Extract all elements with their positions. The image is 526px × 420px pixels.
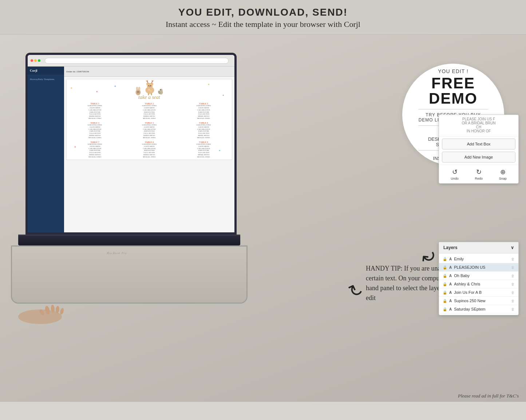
svg-point-4 [139,87,140,90]
svg-point-6 [137,92,138,92]
delete-icon: 🗑 [511,265,515,269]
lock-icon: 🔒 [443,265,447,269]
svg-point-8 [138,92,139,93]
layer-item-3[interactable]: 🔒 A Ashley & Chris 🗑 [439,280,518,288]
layer-item-1[interactable]: 🔒 A PLEASEJOIN US 🗑 [439,263,518,272]
svg-point-23 [150,91,151,92]
star-decor: ✦ [114,85,116,88]
browser-dots [31,59,40,62]
corjl-logo: Corjl [28,67,64,75]
undo-tool[interactable]: ↺ Undo [451,168,459,180]
svg-point-29 [161,91,162,91]
sidebar-menu: HoovayParty Templates [28,75,64,84]
bunny-icon [134,85,142,95]
layer-name: Ashley & Chris [454,282,509,286]
dot-close [31,59,33,62]
hand-svg [11,288,84,324]
star-decor: ✦ [70,87,73,90]
panel-header: PLEASE JOIN US FOR A BRIDAL BRUNCHIN HON… [439,115,518,136]
dot-minimize [34,59,37,62]
layer-name: PLEASEJOIN US [454,265,509,269]
svg-point-28 [160,89,161,90]
demo-demo-text: DEMO [429,91,478,106]
star-decor: ✦ [222,94,225,97]
browser-chrome [28,55,234,67]
demo-divider-1 [418,109,488,109]
snap-tool[interactable]: ⊕ Snap [499,168,507,180]
macbook-label: MacBook Pro [107,252,127,255]
svg-point-19 [149,85,149,86]
layer-type-icon: A [449,307,452,311]
animal-illustration [134,80,165,95]
laptop-area: Corjl HoovayParty Templates Order Id: 15… [0,45,248,329]
deer-icon [144,80,157,95]
svg-rect-24 [148,93,149,95]
layer-type-icon: A [449,265,452,269]
delete-icon: 🗑 [511,274,515,278]
lock-icon: 🔒 [443,257,447,261]
delete-icon: 🗑 [511,299,515,303]
app-sidebar: Corjl HoovayParty Templates [28,67,64,232]
star-decor: ✦ [218,149,221,152]
redo-icon: ↻ [475,168,483,176]
layer-name: Saturday SEptem [454,307,509,311]
sidebar-item-templates[interactable]: HoovayParty Templates [28,76,64,83]
layers-header: Layers ∨ [439,242,518,253]
main-area: Corjl HoovayParty Templates Order Id: 15… [0,35,526,402]
add-new-image-button[interactable]: Add New Image [442,152,515,163]
lock-icon: 🔒 [443,299,447,303]
delete-icon: 🗑 [511,307,515,311]
layer-name: Join Us For A B [454,290,509,295]
banner-title: YOU EDIT, DOWNLOAD, SEND! [0,7,526,18]
url-bar[interactable] [45,58,229,64]
star-decor: ✦ [207,83,210,86]
top-banner: YOU EDIT, DOWNLOAD, SEND! Instant access… [0,0,526,35]
dot-maximize [38,59,40,62]
layer-item-4[interactable]: 🔒 A Join Us For A B 🗑 [439,288,518,297]
layer-item-2[interactable]: 🔒 A Oh Baby 🗑 [439,272,518,280]
lock-icon: 🔒 [443,274,447,278]
laptop-hinge [18,235,240,245]
layer-name: Emily [454,257,509,261]
svg-point-22 [149,89,150,91]
layer-type-icon: A [449,257,452,261]
layer-item-0[interactable]: 🔒 A Emily 🗑 [439,255,518,263]
app-toolbar: Order Id: 1509758194 [64,67,234,77]
svg-point-20 [150,85,151,86]
demo-you-edit: YOU EDIT ! [438,68,468,74]
layer-item-6[interactable]: 🔒 A Saturday SEptem 🗑 [439,305,518,313]
layer-type-icon: A [449,282,452,286]
redo-tool[interactable]: ↻ Redo [475,168,483,180]
screen-inner: Corjl HoovayParty Templates Order Id: 15… [28,55,234,232]
layer-type-icon: A [449,274,452,278]
layer-name: Supinos 250 New [454,299,509,303]
banner-subtitle: Instant access ~ Edit the template in yo… [0,20,526,29]
hand-illustration [11,288,84,325]
svg-point-17 [146,83,148,85]
layer-type-icon: A [449,299,452,303]
footer-text: Please read ad in full for T&C's [458,393,519,399]
layer-name: Oh Baby [454,273,509,278]
delete-icon: 🗑 [511,257,515,261]
svg-line-13 [147,80,148,81]
svg-point-21 [149,87,151,87]
layers-title: Layers [443,245,458,250]
seating-chart: ✦ ✦ ✦ ✦ ✦ ✦ ✦ [66,79,232,160]
layers-list: 🔒 A Emily 🗑 🔒 A PLEASEJOIN US 🗑 🔒 A Oh B… [439,253,518,315]
footer: Please read ad in full for T&C's [458,393,519,399]
svg-point-7 [138,92,139,92]
panel-subheader: PLEASE JOIN US FOR A BRIDAL BRUNCHIN HON… [443,117,515,133]
corjl-tools: ↺ Undo ↻ Redo ⊕ Snap [439,165,518,183]
corjl-panel: PLEASE JOIN US FOR A BRIDAL BRUNCHIN HON… [439,115,519,184]
svg-point-18 [151,83,153,85]
layers-chevron: ∨ [511,245,514,250]
undo-icon: ↺ [451,168,459,176]
lock-icon: 🔒 [443,291,447,295]
layer-item-5[interactable]: 🔒 A Supinos 250 New 🗑 [439,297,518,305]
add-text-box-button[interactable]: Add Text Box [442,139,515,149]
lock-icon: 🔒 [443,282,447,286]
svg-point-35 [59,308,64,315]
svg-point-3 [137,87,138,90]
snap-icon: ⊕ [499,168,507,176]
laptop-screen: Corjl HoovayParty Templates Order Id: 15… [25,53,237,235]
